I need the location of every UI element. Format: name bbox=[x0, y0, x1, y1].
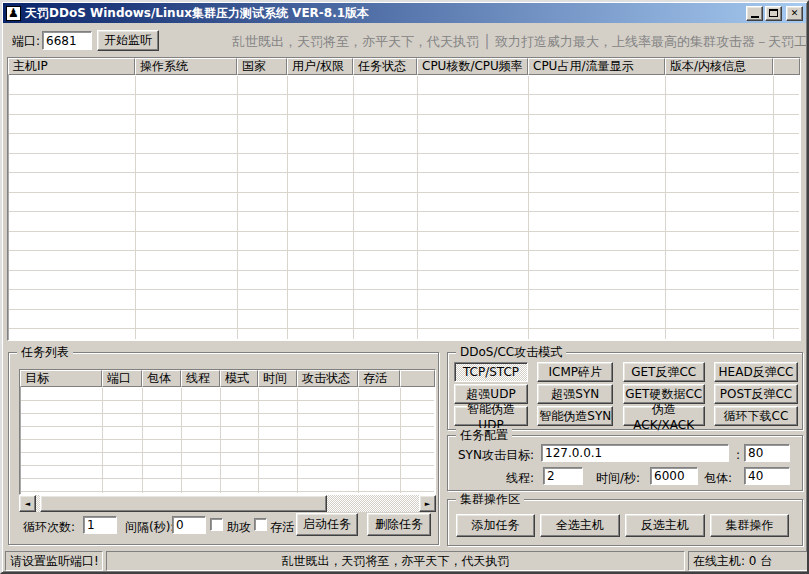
column-header-mode[interactable]: 模式 bbox=[220, 370, 258, 387]
scroll-right-button[interactable]: ► bbox=[419, 495, 436, 512]
table-column bbox=[182, 388, 221, 493]
attack-modes-title: DDoS/CC攻击模式 bbox=[456, 345, 566, 359]
host-table-header: 主机IP 操作系统 国家 用户/权限 任务状态 CPU核数/CPU频率 CPU占… bbox=[8, 58, 800, 75]
assist-label: 助攻 bbox=[227, 520, 251, 534]
attack-mode-loop-download-cc[interactable]: 循环下载CC bbox=[714, 406, 798, 426]
minimize-button[interactable] bbox=[746, 6, 763, 21]
attack-mode-get-rebound-cc[interactable]: GET反弹CC bbox=[623, 362, 705, 382]
loop-count-label: 循环次数: bbox=[23, 520, 75, 534]
target-port-colon: : bbox=[736, 448, 740, 462]
scrollbar-thumb[interactable] bbox=[40, 495, 327, 512]
target-port-input[interactable] bbox=[744, 444, 790, 462]
column-header-alive[interactable]: 存活 bbox=[358, 370, 400, 387]
start-task-button[interactable]: 启动任务 bbox=[296, 513, 358, 536]
column-header-host-ip[interactable]: 主机IP bbox=[8, 58, 135, 75]
close-icon: ✕ bbox=[791, 9, 799, 18]
interval-label: 间隔(秒): bbox=[125, 520, 174, 534]
cluster-operate-button[interactable]: 集群操作 bbox=[710, 514, 789, 537]
title-bar[interactable]: ♟ 天罚DDoS Windows/Linux集群压力测试系统 VER-8.1版本… bbox=[3, 3, 806, 23]
time-input[interactable] bbox=[650, 467, 698, 485]
attack-modes-group: DDoS/CC攻击模式 TCP/STCP ICMP碎片 GET反弹CC HEAD… bbox=[447, 352, 803, 430]
packet-label: 包体: bbox=[704, 471, 732, 485]
table-column bbox=[288, 76, 354, 339]
listen-button[interactable]: 开始监听 bbox=[97, 30, 159, 51]
column-header-time[interactable]: 时间 bbox=[258, 370, 297, 387]
add-task-button[interactable]: 添加任务 bbox=[456, 514, 535, 537]
table-column bbox=[143, 388, 182, 493]
task-table-body bbox=[21, 388, 434, 493]
assist-checkbox[interactable] bbox=[210, 518, 223, 531]
table-column bbox=[529, 76, 666, 339]
column-header-os[interactable]: 操作系统 bbox=[135, 58, 237, 75]
table-column bbox=[418, 76, 529, 339]
syn-target-label: SYN攻击目标: bbox=[458, 448, 534, 462]
column-header-packet[interactable]: 包体 bbox=[142, 370, 181, 387]
alive-checkbox[interactable] bbox=[254, 518, 267, 531]
table-column bbox=[221, 388, 259, 493]
attack-mode-icmp-fragment[interactable]: ICMP碎片 bbox=[537, 362, 613, 382]
task-table-header: 目标 端口 包体 线程 模式 时间 攻击状态 存活 bbox=[20, 370, 435, 387]
cluster-ops-title: 集群操作区 bbox=[456, 492, 524, 506]
column-header-target[interactable]: 目标 bbox=[20, 370, 102, 387]
task-config-title: 任务配置 bbox=[456, 428, 512, 442]
attack-mode-post-rebound-cc[interactable]: POST反弹CC bbox=[714, 384, 798, 404]
task-list-title: 任务列表 bbox=[17, 345, 73, 359]
table-column bbox=[21, 388, 103, 493]
maximize-icon bbox=[769, 9, 778, 17]
online-hosts-count: 在线主机: 0 台 bbox=[688, 551, 808, 571]
column-header-task-status[interactable]: 任务状态 bbox=[353, 58, 417, 75]
port-input[interactable] bbox=[42, 31, 92, 50]
select-all-hosts-button[interactable]: 全选主机 bbox=[540, 514, 620, 537]
interval-input[interactable] bbox=[172, 516, 206, 534]
scroll-left-icon: ◄ bbox=[25, 500, 30, 508]
attack-mode-fake-ack-xack[interactable]: 伪造ACK/XACK bbox=[623, 406, 705, 426]
column-header-country[interactable]: 国家 bbox=[237, 58, 287, 75]
column-header-threads[interactable]: 线程 bbox=[181, 370, 220, 387]
attack-mode-smart-fake-syn[interactable]: 智能伪造SYN bbox=[537, 406, 613, 426]
table-column bbox=[9, 76, 136, 339]
table-column bbox=[774, 76, 799, 339]
host-table: 主机IP 操作系统 国家 用户/权限 任务状态 CPU核数/CPU频率 CPU占… bbox=[7, 57, 801, 341]
task-list-group: 任务列表 目标 端口 包体 线程 模式 时间 攻击状态 存活 bbox=[8, 352, 439, 545]
table-column bbox=[359, 388, 401, 493]
table-column bbox=[666, 76, 774, 339]
column-header-user-privilege[interactable]: 用户/权限 bbox=[287, 58, 353, 75]
time-label: 时间/秒: bbox=[596, 471, 640, 485]
table-column bbox=[401, 388, 434, 493]
syn-target-input[interactable] bbox=[541, 444, 729, 462]
loop-count-input[interactable] bbox=[83, 516, 117, 534]
status-slogan: 乱世既出，天罚将至，亦平天下，代天执罚 bbox=[106, 551, 685, 571]
table-column bbox=[238, 76, 288, 339]
task-list-hscrollbar[interactable]: ◄ ► bbox=[19, 495, 436, 512]
column-header-filler bbox=[400, 370, 435, 387]
column-header-cpu-usage-traffic[interactable]: CPU占用/流量显示 bbox=[528, 58, 665, 75]
column-header-attack-status[interactable]: 攻击状态 bbox=[297, 370, 358, 387]
table-column bbox=[136, 76, 238, 339]
column-header-port[interactable]: 端口 bbox=[102, 370, 142, 387]
table-column bbox=[354, 76, 418, 339]
attack-mode-head-rebound-cc[interactable]: HEAD反弹CC bbox=[714, 362, 798, 382]
attack-mode-smart-fake-udp[interactable]: 智能伪造UDP bbox=[454, 406, 528, 426]
task-table: 目标 端口 包体 线程 模式 时间 攻击状态 存活 bbox=[19, 369, 436, 495]
attack-mode-super-syn[interactable]: 超强SYN bbox=[537, 384, 613, 404]
cluster-ops-group: 集群操作区 添加任务 全选主机 反选主机 集群操作 bbox=[447, 499, 803, 546]
alive-label: 存活 bbox=[270, 520, 294, 534]
app-icon: ♟ bbox=[6, 6, 21, 21]
column-header-filler bbox=[773, 58, 800, 75]
status-bar: 请设置监听端口! 乱世既出，天罚将至，亦平天下，代天执罚 在线主机: 0 台 bbox=[5, 551, 804, 572]
host-table-body bbox=[9, 76, 799, 339]
thread-input[interactable] bbox=[543, 467, 583, 485]
task-config-group: 任务配置 SYN攻击目标: : 线程: 时间/秒: 包体: bbox=[447, 435, 803, 491]
invert-selection-button[interactable]: 反选主机 bbox=[625, 514, 705, 537]
scroll-right-icon: ► bbox=[425, 500, 430, 508]
packet-input[interactable] bbox=[744, 467, 790, 485]
column-header-version-kernel[interactable]: 版本/内核信息 bbox=[665, 58, 773, 75]
maximize-button[interactable] bbox=[765, 6, 782, 21]
close-button[interactable]: ✕ bbox=[786, 6, 803, 21]
delete-task-button[interactable]: 删除任务 bbox=[367, 513, 431, 536]
thread-label: 线程: bbox=[506, 471, 534, 485]
attack-mode-tcp-stcp[interactable]: TCP/STCP bbox=[454, 362, 528, 382]
column-header-cpu-cores-freq[interactable]: CPU核数/CPU频率 bbox=[417, 58, 528, 75]
attack-modes-grid: TCP/STCP ICMP碎片 GET反弹CC HEAD反弹CC 超强UDP 超… bbox=[454, 362, 798, 426]
scroll-left-button[interactable]: ◄ bbox=[19, 495, 36, 512]
